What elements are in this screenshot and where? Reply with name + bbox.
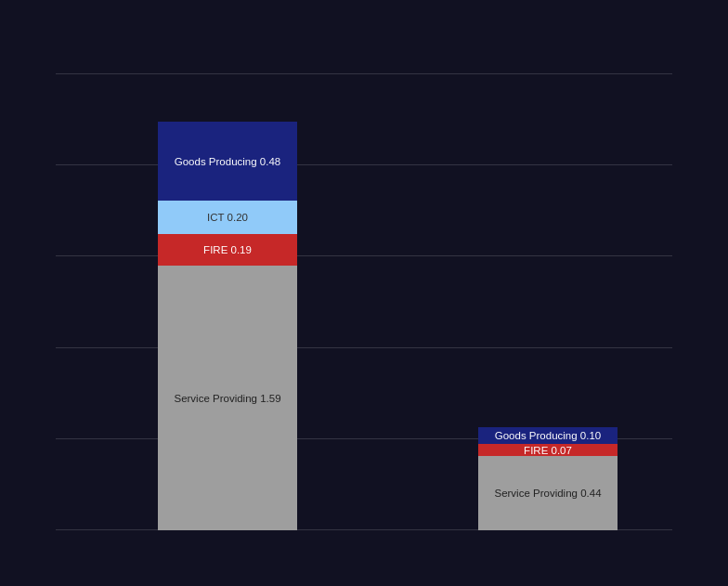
bar-group-2: Goods Producing 0.10 FIRE 0.07 Service P… (478, 427, 618, 530)
bar2-service-label: Service Providing 0.44 (494, 488, 601, 499)
bar1-fire-segment: FIRE 0.19 (158, 234, 297, 266)
chart-container: Goods Producing 0.48 ICT 0.20 FIRE 0.19 … (0, 0, 728, 586)
bar1-goods-segment: Goods Producing 0.48 (158, 122, 297, 201)
bar2-goods-segment: Goods Producing 0.10 (478, 427, 618, 444)
bar2-goods-label: Goods Producing 0.10 (495, 430, 601, 441)
bar-group-1: Goods Producing 0.48 ICT 0.20 FIRE 0.19 … (158, 122, 297, 530)
bars-area: Goods Producing 0.48 ICT 0.20 FIRE 0.19 … (56, 74, 672, 530)
bar1-service-segment: Service Providing 1.59 (158, 266, 297, 530)
bar1-service-label: Service Providing 1.59 (174, 393, 280, 404)
bar1-ict-segment: ICT 0.20 (158, 201, 297, 234)
bar2-fire-segment: FIRE 0.07 (478, 444, 618, 456)
bar1-goods-label: Goods Producing 0.48 (175, 156, 280, 167)
bar2-service-segment: Service Providing 0.44 (478, 456, 618, 530)
bar2-fire-label: FIRE 0.07 (524, 445, 572, 456)
bar1-fire-label: FIRE 0.19 (203, 244, 252, 255)
bar1-ict-label: ICT 0.20 (207, 212, 248, 223)
